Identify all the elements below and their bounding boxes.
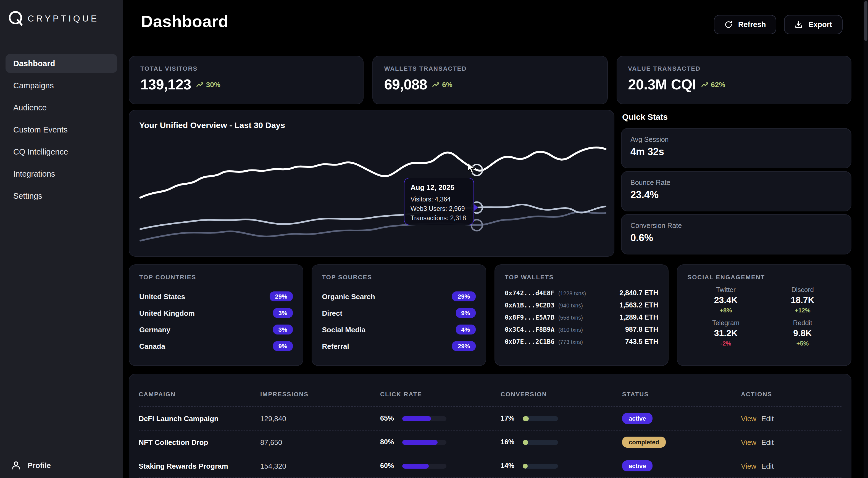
wallet-address: 0xA1B...9C2D3 bbox=[505, 301, 554, 309]
campaign-name: Staking Rewards Program bbox=[139, 462, 260, 470]
sidebar-item-audience[interactable]: Audience bbox=[5, 98, 117, 117]
country-name: Canada bbox=[139, 342, 165, 350]
click-rate-value: 80% bbox=[380, 438, 397, 446]
wallet-row: 0xA1B...9C2D3 (940 txns) 1,563.2 ETH bbox=[505, 299, 658, 311]
tooltip-date: Aug 12, 2025 bbox=[410, 183, 467, 192]
view-link[interactable]: View bbox=[741, 438, 756, 446]
conversion-cell: 17% bbox=[501, 414, 622, 422]
quick-stat-label: Avg Session bbox=[630, 136, 842, 143]
impressions-value: 129,840 bbox=[260, 414, 380, 422]
source-name: Referral bbox=[322, 342, 349, 350]
edit-link[interactable]: Edit bbox=[762, 414, 774, 422]
wallet-txns: (1228 txns) bbox=[558, 290, 586, 296]
social-telegram: Telegram 31.2K -2% bbox=[688, 319, 765, 347]
edit-link[interactable]: Edit bbox=[762, 462, 774, 470]
conversion-value: 14% bbox=[501, 462, 517, 470]
panel-title: TOP WALLETS bbox=[505, 274, 658, 280]
status-badge: active bbox=[622, 460, 653, 471]
conversion-value: 17% bbox=[501, 414, 517, 422]
stat-cards: TOTAL VISITORS 139,123 30% WALLETS TRANS… bbox=[123, 56, 860, 104]
sidebar-item-custom-events[interactable]: Custom Events bbox=[5, 120, 117, 139]
top-wallets-panel: TOP WALLETS 0x742...d4E8F (1228 txns) 2,… bbox=[494, 264, 669, 366]
social-delta: +12% bbox=[764, 307, 841, 313]
conversion-bar bbox=[523, 464, 528, 468]
source-name: Direct bbox=[322, 309, 343, 317]
trend-up-icon bbox=[196, 82, 204, 88]
tooltip-transactions: Transactions: 2,318 bbox=[410, 214, 467, 223]
panel-title: SOCIAL ENGAGEMENT bbox=[688, 274, 841, 280]
stat-label: WALLETS TRANSACTED bbox=[384, 65, 596, 72]
sidebar-item-settings[interactable]: Settings bbox=[5, 186, 117, 205]
sidebar-item-integrations[interactable]: Integrations bbox=[5, 165, 117, 183]
table-row: Staking Rewards Program 154,320 60% 14% … bbox=[139, 454, 841, 477]
click-rate-bar bbox=[402, 416, 431, 421]
impressions-value: 87,650 bbox=[260, 438, 380, 446]
country-pct-badge: 3% bbox=[273, 325, 293, 335]
click-rate-bar bbox=[402, 440, 438, 445]
profile-label: Profile bbox=[28, 461, 51, 470]
profile-button[interactable]: Profile bbox=[11, 460, 51, 470]
stat-trend: 62% bbox=[701, 80, 725, 89]
page-scrollbar[interactable] bbox=[864, 0, 868, 478]
scrollbar-thumb[interactable] bbox=[864, 1, 867, 41]
wallet-address: 0xD7E...2C1B6 bbox=[505, 338, 554, 345]
source-pct-badge: 29% bbox=[452, 292, 475, 301]
social-value: 31.2K bbox=[688, 329, 765, 338]
panel-title: TOP SOURCES bbox=[322, 274, 476, 280]
brand-name: CRYPTIQUE bbox=[28, 14, 99, 24]
sidebar-item-cq-intelligence[interactable]: CQ Intelligence bbox=[5, 142, 117, 161]
refresh-button[interactable]: Refresh bbox=[714, 15, 777, 34]
stat-delta: 62% bbox=[711, 80, 725, 89]
click-rate-cell: 80% bbox=[380, 438, 501, 446]
page-header: Dashboard Refresh Export bbox=[123, 0, 860, 56]
social-network: Telegram bbox=[688, 319, 765, 327]
campaign-name: NFT Collection Drop bbox=[139, 438, 260, 446]
visitors-line bbox=[140, 147, 606, 198]
country-row: Germany 3% bbox=[139, 321, 293, 338]
wallet-value: 1,289.4 ETH bbox=[619, 313, 658, 321]
panel-title: TOP COUNTRIES bbox=[139, 274, 293, 280]
column-actions: ACTIONS bbox=[741, 391, 841, 398]
export-button[interactable]: Export bbox=[784, 15, 843, 34]
click-rate-value: 65% bbox=[380, 414, 397, 422]
wallet-value: 2,840.7 ETH bbox=[619, 289, 658, 297]
user-icon bbox=[11, 460, 21, 470]
sidebar: CRYPTIQUE Dashboard Campaigns Audience C… bbox=[0, 0, 123, 478]
wallet-txns: (558 txns) bbox=[558, 314, 583, 320]
social-delta: +5% bbox=[764, 340, 841, 347]
social-delta: +8% bbox=[688, 307, 765, 313]
view-link[interactable]: View bbox=[741, 414, 756, 422]
conversion-bar bbox=[523, 416, 529, 421]
trend-up-icon bbox=[432, 82, 440, 88]
quick-stat-value: 0.6% bbox=[630, 232, 842, 244]
country-row: United States 29% bbox=[139, 288, 293, 305]
stat-label: VALUE TRANSACTED bbox=[628, 65, 840, 72]
stat-trend: 6% bbox=[432, 80, 453, 89]
country-row: Canada 9% bbox=[139, 338, 293, 354]
social-delta: -2% bbox=[688, 340, 765, 347]
page-title: Dashboard bbox=[141, 12, 228, 31]
trend-up-icon bbox=[701, 82, 709, 88]
column-status: STATUS bbox=[622, 391, 741, 398]
table-row: DeFi Launch Campaign 129,840 65% 17% act… bbox=[139, 406, 841, 430]
social-value: 23.4K bbox=[688, 295, 765, 305]
status-badge: active bbox=[622, 413, 653, 424]
wallet-value: 1,563.2 ETH bbox=[619, 301, 658, 309]
edit-link[interactable]: Edit bbox=[762, 438, 774, 446]
source-name: Organic Search bbox=[322, 292, 375, 301]
sidebar-item-dashboard[interactable]: Dashboard bbox=[5, 54, 117, 73]
column-campaign: CAMPAIGN bbox=[139, 391, 260, 398]
top-sources-panel: TOP SOURCES Organic Search 29% Direct 9%… bbox=[312, 264, 486, 366]
unified-overview-chart[interactable]: Your Unified Overview - Last 30 Days Aug… bbox=[129, 110, 614, 257]
click-rate-cell: 65% bbox=[380, 414, 501, 422]
cryptique-logo-icon bbox=[8, 10, 24, 28]
quick-stat-label: Conversion Rate bbox=[630, 222, 842, 230]
sidebar-item-campaigns[interactable]: Campaigns bbox=[5, 76, 117, 95]
view-link[interactable]: View bbox=[741, 462, 756, 470]
wallet-value: 743.5 ETH bbox=[625, 338, 658, 345]
campaign-table: CAMPAIGN IMPRESSIONS CLICK RATE CONVERSI… bbox=[129, 374, 851, 478]
social-value: 18.7K bbox=[764, 295, 841, 305]
source-row: Organic Search 29% bbox=[322, 288, 476, 305]
social-network: Twitter bbox=[688, 286, 765, 294]
source-pct-badge: 9% bbox=[456, 308, 475, 318]
